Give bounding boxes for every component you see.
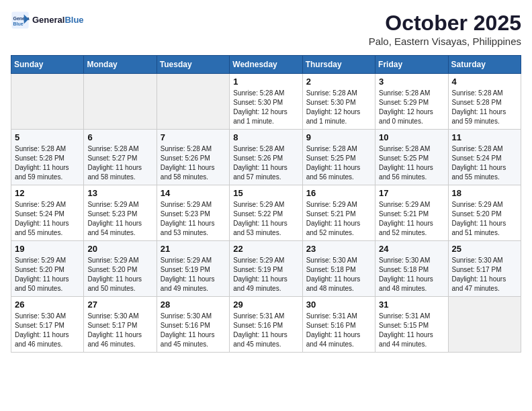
calendar-cell: 4Sunrise: 5:28 AMSunset: 5:28 PMDaylight… [448,74,521,130]
location-title: Palo, Eastern Visayas, Philippines [369,36,521,47]
day-info: Sunrise: 5:31 AMSunset: 5:16 PMDaylight:… [306,312,371,349]
logo-blue: Blue [64,15,83,25]
calendar-cell: 16Sunrise: 5:29 AMSunset: 5:21 PMDayligh… [302,185,375,241]
day-number: 9 [306,132,371,142]
day-number: 22 [233,244,298,254]
day-info: Sunrise: 5:31 AMSunset: 5:15 PMDaylight:… [379,312,444,349]
day-info: Sunrise: 5:28 AMSunset: 5:30 PMDaylight:… [233,89,298,126]
calendar-cell: 19Sunrise: 5:29 AMSunset: 5:20 PMDayligh… [11,241,84,297]
month-title: October 2025 [369,11,521,36]
day-number: 26 [15,300,80,310]
weekday-header-tuesday: Tuesday [157,56,229,74]
day-info: Sunrise: 5:28 AMSunset: 5:30 PMDaylight:… [306,89,371,126]
day-number: 29 [233,300,298,310]
day-info: Sunrise: 5:30 AMSunset: 5:18 PMDaylight:… [306,256,371,293]
calendar-cell: 18Sunrise: 5:29 AMSunset: 5:20 PMDayligh… [448,185,521,241]
calendar-cell: 24Sunrise: 5:30 AMSunset: 5:18 PMDayligh… [375,241,448,297]
day-number: 12 [15,188,80,198]
calendar-cell [11,74,84,130]
day-number: 24 [379,244,444,254]
day-number: 3 [379,77,444,87]
calendar-cell: 13Sunrise: 5:29 AMSunset: 5:23 PMDayligh… [84,185,157,241]
day-info: Sunrise: 5:30 AMSunset: 5:17 PMDaylight:… [452,256,517,293]
day-number: 19 [15,244,80,254]
day-info: Sunrise: 5:29 AMSunset: 5:19 PMDaylight:… [161,256,226,293]
calendar-cell: 10Sunrise: 5:28 AMSunset: 5:25 PMDayligh… [375,130,448,185]
header: General Blue GeneralBlue October 2025 Pa… [11,11,521,47]
day-info: Sunrise: 5:28 AMSunset: 5:25 PMDaylight:… [379,144,444,182]
day-number: 10 [379,132,444,142]
day-number: 5 [15,132,80,142]
day-number: 11 [452,132,517,142]
weekday-header-wednesday: Wednesday [230,56,302,74]
calendar-cell: 17Sunrise: 5:29 AMSunset: 5:21 PMDayligh… [375,185,448,241]
calendar-cell: 21Sunrise: 5:29 AMSunset: 5:19 PMDayligh… [157,241,229,297]
calendar-cell: 12Sunrise: 5:29 AMSunset: 5:24 PMDayligh… [11,185,84,241]
day-info: Sunrise: 5:31 AMSunset: 5:16 PMDaylight:… [233,312,298,349]
weekday-header-saturday: Saturday [448,56,521,74]
calendar-cell: 23Sunrise: 5:30 AMSunset: 5:18 PMDayligh… [302,241,375,297]
day-number: 14 [161,188,226,198]
logo-icon: General Blue [11,11,30,30]
logo: General Blue GeneralBlue [11,11,84,30]
calendar-week-row: 5Sunrise: 5:28 AMSunset: 5:28 PMDaylight… [11,130,521,185]
calendar-table: SundayMondayTuesdayWednesdayThursdayFrid… [11,55,521,353]
day-info: Sunrise: 5:30 AMSunset: 5:18 PMDaylight:… [379,256,444,293]
calendar-cell: 26Sunrise: 5:30 AMSunset: 5:17 PMDayligh… [11,297,84,353]
logo-general: General [32,15,64,25]
calendar-cell: 2Sunrise: 5:28 AMSunset: 5:30 PMDaylight… [302,74,375,130]
day-number: 23 [306,244,371,254]
day-info: Sunrise: 5:29 AMSunset: 5:20 PMDaylight:… [87,256,152,293]
calendar-cell: 11Sunrise: 5:28 AMSunset: 5:24 PMDayligh… [448,130,521,185]
day-number: 25 [452,244,517,254]
calendar-cell: 29Sunrise: 5:31 AMSunset: 5:16 PMDayligh… [230,297,302,353]
day-number: 17 [379,188,444,198]
calendar-cell: 3Sunrise: 5:28 AMSunset: 5:29 PMDaylight… [375,74,448,130]
calendar-cell [157,74,229,130]
calendar-cell: 1Sunrise: 5:28 AMSunset: 5:30 PMDaylight… [230,74,302,130]
calendar-cell [448,297,521,353]
day-number: 13 [87,188,152,198]
day-info: Sunrise: 5:30 AMSunset: 5:17 PMDaylight:… [15,312,80,349]
day-number: 28 [161,300,226,310]
calendar-cell: 5Sunrise: 5:28 AMSunset: 5:28 PMDaylight… [11,130,84,185]
day-info: Sunrise: 5:28 AMSunset: 5:26 PMDaylight:… [161,144,226,182]
calendar-week-row: 1Sunrise: 5:28 AMSunset: 5:30 PMDaylight… [11,74,521,130]
calendar-cell: 25Sunrise: 5:30 AMSunset: 5:17 PMDayligh… [448,241,521,297]
calendar-cell: 15Sunrise: 5:29 AMSunset: 5:22 PMDayligh… [230,185,302,241]
calendar-cell: 22Sunrise: 5:29 AMSunset: 5:19 PMDayligh… [230,241,302,297]
calendar-cell: 31Sunrise: 5:31 AMSunset: 5:15 PMDayligh… [375,297,448,353]
day-number: 15 [233,188,298,198]
day-number: 16 [306,188,371,198]
day-info: Sunrise: 5:28 AMSunset: 5:28 PMDaylight:… [15,144,80,182]
calendar-week-row: 12Sunrise: 5:29 AMSunset: 5:24 PMDayligh… [11,185,521,241]
day-number: 27 [87,300,152,310]
calendar-cell: 30Sunrise: 5:31 AMSunset: 5:16 PMDayligh… [302,297,375,353]
day-number: 18 [452,188,517,198]
calendar-cell: 9Sunrise: 5:28 AMSunset: 5:25 PMDaylight… [302,130,375,185]
day-info: Sunrise: 5:29 AMSunset: 5:20 PMDaylight:… [15,256,80,293]
day-info: Sunrise: 5:29 AMSunset: 5:21 PMDaylight:… [306,200,371,238]
calendar-cell: 14Sunrise: 5:29 AMSunset: 5:23 PMDayligh… [157,185,229,241]
day-info: Sunrise: 5:30 AMSunset: 5:16 PMDaylight:… [161,312,226,349]
calendar-cell [84,74,157,130]
calendar-cell: 7Sunrise: 5:28 AMSunset: 5:26 PMDaylight… [157,130,229,185]
calendar-cell: 28Sunrise: 5:30 AMSunset: 5:16 PMDayligh… [157,297,229,353]
day-info: Sunrise: 5:29 AMSunset: 5:23 PMDaylight:… [161,200,226,238]
day-info: Sunrise: 5:29 AMSunset: 5:24 PMDaylight:… [15,200,80,238]
day-info: Sunrise: 5:28 AMSunset: 5:29 PMDaylight:… [379,89,444,126]
day-number: 2 [306,77,371,87]
weekday-header-monday: Monday [84,56,157,74]
day-number: 4 [452,77,517,87]
calendar-cell: 8Sunrise: 5:28 AMSunset: 5:26 PMDaylight… [230,130,302,185]
day-number: 8 [233,132,298,142]
day-number: 7 [161,132,226,142]
day-info: Sunrise: 5:28 AMSunset: 5:24 PMDaylight:… [452,144,517,182]
day-info: Sunrise: 5:29 AMSunset: 5:21 PMDaylight:… [379,200,444,238]
day-info: Sunrise: 5:28 AMSunset: 5:28 PMDaylight:… [452,89,517,126]
day-info: Sunrise: 5:29 AMSunset: 5:23 PMDaylight:… [87,200,152,238]
calendar-week-row: 26Sunrise: 5:30 AMSunset: 5:17 PMDayligh… [11,297,521,353]
day-number: 1 [233,77,298,87]
day-info: Sunrise: 5:28 AMSunset: 5:27 PMDaylight:… [87,144,152,182]
day-info: Sunrise: 5:29 AMSunset: 5:19 PMDaylight:… [233,256,298,293]
